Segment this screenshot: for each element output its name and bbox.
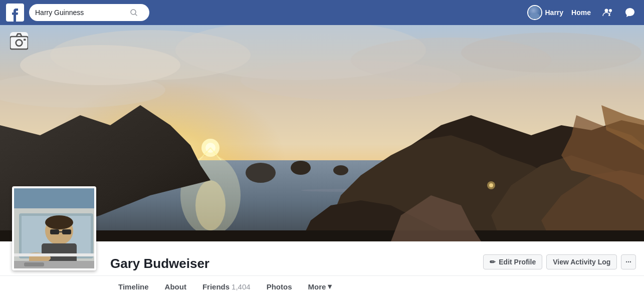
tab-friends[interactable]: Friends 1,404 — [194, 276, 259, 297]
tab-timeline[interactable]: Timeline — [110, 276, 157, 297]
tab-photos-label: Photos — [267, 282, 292, 291]
svg-point-21 — [195, 180, 226, 230]
svg-point-27 — [333, 165, 348, 175]
profile-container: Gary Budweiser ✏ Edit Profile View Activ… — [0, 25, 644, 296]
svg-point-26 — [291, 161, 311, 175]
profile-photo[interactable] — [12, 186, 96, 270]
tab-friends-label: Friends — [202, 282, 230, 291]
svg-rect-34 — [0, 230, 644, 241]
svg-line-2 — [135, 14, 137, 16]
nav-right: Harry Home — [527, 4, 639, 22]
friends-nav-icon[interactable] — [599, 4, 617, 22]
tab-photos[interactable]: Photos — [259, 276, 300, 297]
cover-photo[interactable] — [0, 25, 644, 241]
search-button[interactable] — [130, 9, 137, 16]
profile-name-actions: Gary Budweiser ✏ Edit Profile View Activ… — [0, 241, 644, 271]
navbar: Harry Home — [0, 0, 644, 25]
svg-rect-40 — [10, 37, 28, 49]
messages-nav-icon[interactable] — [621, 4, 639, 22]
more-dots-icon: ··· — [625, 258, 631, 266]
svg-rect-42 — [24, 39, 26, 41]
svg-point-3 — [605, 9, 608, 13]
tab-timeline-label: Timeline — [118, 282, 149, 291]
nav-home-link[interactable]: Home — [567, 9, 595, 17]
svg-rect-48 — [50, 229, 59, 234]
activity-log-label: View Activity Log — [553, 258, 610, 266]
svg-point-25 — [246, 163, 276, 183]
svg-point-51 — [45, 215, 73, 229]
svg-rect-55 — [14, 253, 96, 256]
search-input[interactable] — [35, 9, 130, 17]
edit-icon: ✏ — [490, 258, 496, 266]
search-bar[interactable] — [29, 4, 149, 21]
nav-avatar — [527, 5, 542, 20]
edit-profile-button[interactable]: ✏ Edit Profile — [483, 254, 542, 269]
svg-point-41 — [16, 40, 23, 46]
more-options-button[interactable]: ··· — [621, 254, 636, 269]
camera-icon[interactable] — [10, 32, 28, 50]
profile-actions: ✏ Edit Profile View Activity Log ··· — [483, 254, 636, 271]
profile-name: Gary Budweiser — [110, 256, 209, 271]
profile-info-bar: Gary Budweiser ✏ Edit Profile View Activ… — [0, 241, 644, 296]
profile-tabs: Timeline About Friends 1,404 Photos More… — [0, 275, 644, 296]
activity-log-button[interactable]: View Activity Log — [546, 254, 617, 269]
chevron-down-icon: ▾ — [328, 282, 332, 291]
tab-more[interactable]: More ▾ — [300, 276, 340, 296]
svg-rect-54 — [24, 262, 44, 266]
nav-username: Harry — [545, 9, 564, 17]
tab-more-label: More — [308, 282, 326, 291]
facebook-logo[interactable] — [5, 3, 25, 23]
svg-point-4 — [609, 9, 612, 12]
tab-friends-count: 1,404 — [232, 282, 251, 291]
svg-point-39 — [489, 183, 493, 187]
tab-about-label: About — [165, 282, 186, 291]
svg-point-13 — [461, 33, 641, 73]
nav-user[interactable]: Harry — [527, 5, 564, 20]
tab-about[interactable]: About — [157, 276, 194, 297]
edit-profile-label: Edit Profile — [499, 258, 536, 266]
svg-point-15 — [241, 60, 461, 100]
svg-rect-49 — [62, 229, 71, 234]
